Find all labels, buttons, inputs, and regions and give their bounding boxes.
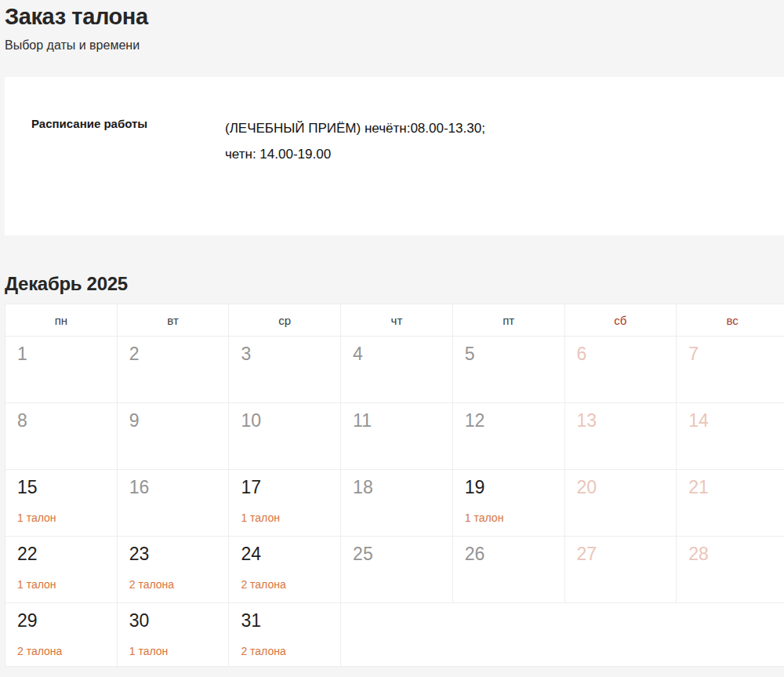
schedule-row: Расписание работы (ЛЕЧЕБНЫЙ ПРИЁМ) нечёт… [31, 115, 784, 167]
weekday-header-sun: вс [677, 304, 784, 337]
ticket-link-15[interactable]: 1 талон [17, 511, 56, 524]
weekday-header-wed: ср [229, 304, 341, 337]
day-number: 14 [688, 411, 783, 431]
day-number: 7 [688, 344, 783, 364]
day-number: 25 [353, 544, 448, 564]
day-number: 26 [465, 544, 560, 564]
calendar-week-row: 29 2 талона 30 1 талон 31 2 талона [5, 603, 784, 667]
day-cell-10: 10 [229, 403, 341, 470]
day-number: 21 [688, 478, 783, 497]
weekday-header-fri: пт [452, 304, 564, 337]
page-subtitle: Выбор даты и времени [5, 38, 784, 53]
ticket-link-30[interactable]: 1 талон [129, 645, 169, 657]
day-cell-1: 1 [5, 337, 118, 403]
day-cell-12: 12 [452, 403, 564, 470]
calendar-week-row: 1 2 3 4 5 6 7 [5, 337, 784, 403]
schedule-value-line1: (ЛЕЧЕБНЫЙ ПРИЁМ) нечётн:08.00-13.30; [225, 115, 485, 141]
calendar-week-row: 22 1 талон 23 2 талона 24 2 талона 25 26… [5, 537, 784, 603]
day-number: 24 [241, 544, 336, 564]
weekday-header-sat: сб [564, 304, 677, 337]
day-cell-23[interactable]: 23 2 талона [117, 537, 229, 603]
day-number: 1 [17, 344, 112, 364]
day-cell-4: 4 [341, 337, 453, 403]
day-cell-17[interactable]: 17 1 талон [229, 470, 341, 537]
day-cell-13: 13 [564, 403, 677, 470]
calendar-month-title: Декабрь 2025 [5, 273, 784, 295]
day-cell-27: 27 [564, 537, 677, 603]
ticket-link-17[interactable]: 1 талон [241, 511, 280, 524]
day-number: 18 [353, 478, 448, 497]
day-cell-18: 18 [341, 470, 453, 537]
day-number: 9 [129, 411, 224, 431]
day-cell-28: 28 [677, 537, 784, 603]
day-number: 23 [129, 544, 224, 564]
ticket-link-31[interactable]: 2 талона [241, 645, 285, 657]
day-cell-29[interactable]: 29 2 талона [5, 603, 118, 667]
schedule-value: (ЛЕЧЕБНЫЙ ПРИЁМ) нечётн:08.00-13.30; чет… [225, 115, 485, 167]
day-number: 5 [465, 344, 560, 364]
day-cell-14: 14 [677, 403, 784, 470]
calendar-week-row: 15 1 талон 16 17 1 талон 18 19 1 талон 2… [5, 470, 784, 537]
day-cell-24[interactable]: 24 2 талона [229, 537, 341, 603]
day-cell-3: 3 [229, 337, 341, 403]
day-cell-9: 9 [117, 403, 229, 470]
day-cell-25: 25 [341, 537, 453, 603]
day-number: 2 [129, 344, 224, 364]
weekday-header-row: пн вт ср чт пт сб вс [5, 304, 784, 337]
day-number: 4 [353, 344, 448, 364]
page-title: Заказ талона [5, 0, 784, 30]
day-cell-31[interactable]: 31 2 талона [229, 603, 341, 667]
day-cell-30[interactable]: 30 1 талон [117, 603, 229, 667]
empty-cell [341, 603, 784, 667]
ticket-link-23[interactable]: 2 талона [129, 578, 174, 591]
day-cell-11: 11 [341, 403, 453, 470]
day-number: 20 [577, 478, 672, 497]
day-number: 12 [465, 411, 560, 431]
day-number: 17 [241, 478, 336, 497]
ticket-link-19[interactable]: 1 талон [465, 511, 504, 524]
day-number: 19 [465, 478, 560, 497]
day-cell-26: 26 [452, 537, 564, 603]
day-number: 6 [577, 344, 672, 364]
page-content: Заказ талона Выбор даты и времени Распис… [5, 0, 784, 667]
day-number: 27 [577, 544, 672, 564]
day-cell-19[interactable]: 19 1 талон [452, 470, 564, 537]
day-cell-7: 7 [677, 337, 784, 403]
ticket-link-22[interactable]: 1 талон [17, 578, 56, 591]
day-cell-16: 16 [117, 470, 229, 537]
day-number: 10 [241, 411, 336, 431]
day-number: 3 [241, 344, 336, 364]
day-number: 31 [241, 611, 336, 631]
day-number: 29 [17, 611, 112, 631]
schedule-panel: Расписание работы (ЛЕЧЕБНЫЙ ПРИЁМ) нечёт… [5, 77, 784, 235]
day-number: 8 [17, 411, 112, 431]
day-cell-8: 8 [5, 403, 118, 470]
day-cell-15[interactable]: 15 1 талон [5, 470, 118, 537]
day-cell-6: 6 [564, 337, 677, 403]
day-cell-21: 21 [677, 470, 784, 537]
day-number: 11 [353, 411, 448, 431]
ticket-link-29[interactable]: 2 талона [17, 645, 62, 657]
day-number: 22 [17, 544, 112, 564]
day-cell-20: 20 [564, 470, 677, 537]
ticket-link-24[interactable]: 2 талона [241, 578, 285, 591]
day-cell-22[interactable]: 22 1 талон [5, 537, 118, 603]
day-number: 30 [129, 611, 224, 631]
weekday-header-tue: вт [117, 304, 229, 337]
calendar-table: пн вт ср чт пт сб вс 1 2 3 4 5 6 7 8 9 [5, 304, 784, 667]
calendar-week-row: 8 9 10 11 12 13 14 [5, 403, 784, 470]
weekday-header-mon: пн [5, 304, 118, 337]
schedule-value-line2: четн: 14.00-19.00 [225, 141, 485, 167]
day-number: 13 [577, 411, 672, 431]
day-number: 15 [17, 478, 112, 497]
weekday-header-thu: чт [341, 304, 453, 337]
day-cell-5: 5 [452, 337, 564, 403]
schedule-label: Расписание работы [31, 115, 225, 167]
day-number: 28 [688, 544, 783, 564]
day-number: 16 [129, 478, 224, 497]
day-cell-2: 2 [117, 337, 229, 403]
